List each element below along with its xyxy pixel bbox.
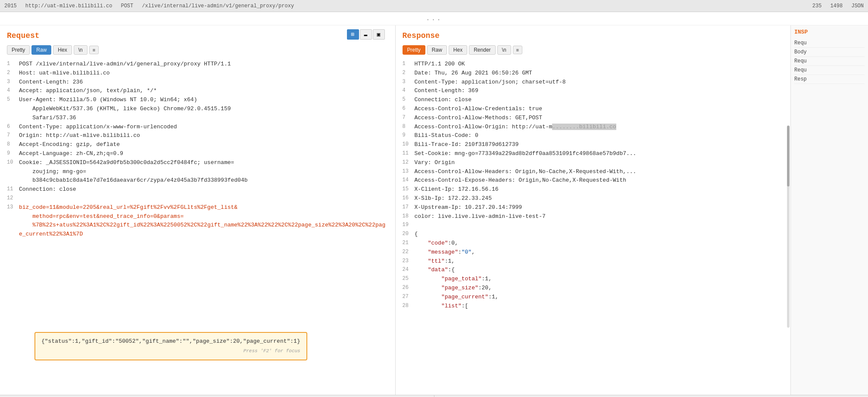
response-line-12: 12 Vary: Origin [403, 158, 784, 167]
response-line-2: 2 Date: Thu, 26 Aug 2021 06:50:26 GMT [403, 69, 784, 78]
response-title: Response [396, 25, 791, 43]
request-toolbar: Pretty Raw Hex \n ≡ [0, 43, 395, 58]
response-render-btn[interactable]: Render [469, 45, 495, 55]
bottom-left-section: ? ⚙ ← → 0 matches [0, 395, 434, 397]
sidebar-item-requ3[interactable]: Requ [794, 66, 865, 75]
request-raw-btn[interactable]: Raw [31, 45, 51, 55]
view-btn-vertical[interactable]: ▣ [373, 29, 385, 40]
sidebar-item-body[interactable]: Body [794, 48, 865, 57]
response-line-21: 21 "code":0, [403, 239, 784, 248]
response-line-16: 16 X-Slb-Ip: 172.22.33.245 [403, 194, 784, 203]
response-line-8: 8 Access-Control-Allow-Origin: http://ua… [403, 123, 784, 132]
response-line-4: 4 Content-Length: 369 [403, 87, 784, 96]
response-line-9: 9 Bili-Status-Code: 0 [403, 131, 784, 140]
response-line-19: 19 [403, 221, 784, 230]
request-line-5: 5 User-Agent: Mozilla/5.0 (Windows NT 10… [7, 96, 388, 122]
response-line-23: 23 "ttl":1, [403, 257, 784, 266]
response-toolbar: Pretty Raw Hex Render \n ≡ [396, 43, 791, 58]
response-line-14: 14 Access-Control-Expose-Headers: Origin… [403, 176, 784, 185]
response-line-24: 24 "data":{ [403, 266, 784, 275]
top-bar: 2015 http://uat-mlive.bilibili.co POST /… [0, 0, 868, 12]
response-line-10: 10 Bili-Trace-Id: 210f31879d612739 [403, 140, 784, 149]
search-popup-hint: Press 'F2' for focus [41, 347, 300, 355]
top-col1: 2015 [4, 3, 17, 9]
response-line-27: 27 "page_current":1, [403, 293, 784, 302]
top-col2: http://uat-mlive.bilibili.co [25, 3, 112, 9]
search-popup: {"status":1,"gift_id":"50052","gift_name… [34, 332, 307, 360]
right-sidebar: INSP Requ Body Requ Requ Resp [790, 25, 868, 395]
request-line-13: 13 biz_code=11&module=2205&real_url=%2Fg… [7, 203, 388, 239]
response-line-5: 5 Connection: close [403, 96, 784, 105]
top-col4: /xlive/internal/live-admin/v1/general_pr… [142, 3, 804, 9]
response-menu-btn[interactable]: ≡ [513, 46, 522, 54]
response-line-11: 11 Set-Cookie: mng-go=773349a229ad8b2dff… [403, 149, 784, 158]
response-line-18: 18 color: live.live.live-admin-live-test… [403, 212, 784, 221]
top-col5: 235 [812, 3, 822, 9]
top-col6: 1498 [830, 3, 843, 9]
top-col3: POST [121, 3, 133, 9]
top-col7: JSON [851, 3, 864, 9]
response-line-13: 13 Access-Control-Allow-Headers: Origin,… [403, 167, 784, 177]
request-line-7: 7 Origin: http://uat-mlive.bilibili.co [7, 131, 388, 140]
request-line-11: 11 Connection: close [7, 185, 388, 194]
response-pretty-btn[interactable]: Pretty [403, 45, 425, 55]
request-hex-btn[interactable]: Hex [53, 45, 72, 55]
response-content[interactable]: 1 HTTP/1.1 200 OK 2 Date: Thu, 26 Aug 20… [396, 58, 791, 395]
request-line-1: 1 POST /xlive/internal/live-admin/v1/gen… [7, 60, 388, 69]
request-title: Request [0, 25, 47, 43]
request-pane: Request ⊞ ▬ ▣ Pretty Raw Hex \n ≡ 1 POST… [0, 25, 396, 395]
response-line-7: 7 Access-Control-Allow-Methods: GET,POST [403, 114, 784, 123]
search-popup-text: {"status":1,"gift_id":"50052","gift_name… [41, 337, 300, 346]
response-line-1: 1 HTTP/1.1 200 OK [403, 60, 784, 69]
response-newline-btn[interactable]: \n [497, 45, 511, 55]
response-pane: Response Pretty Raw Hex Render \n ≡ 1 HT… [396, 25, 791, 395]
response-line-26: 26 "page_size":20, [403, 284, 784, 293]
request-line-8: 8 Accept-Encoding: gzip, deflate [7, 140, 388, 149]
response-line-3: 3 Content-Type: application/json; charse… [403, 78, 784, 87]
request-content[interactable]: 1 POST /xlive/internal/live-admin/v1/gen… [0, 58, 395, 395]
response-raw-btn[interactable]: Raw [427, 45, 447, 55]
view-toggle: ⊞ ▬ ▣ [347, 28, 392, 41]
view-btn-grid[interactable]: ⊞ [347, 29, 359, 40]
request-newline-btn[interactable]: \n [74, 45, 87, 55]
response-line-28: 28 "list":[ [403, 302, 784, 311]
request-line-6: 6 Content-Type: application/x-www-form-u… [7, 123, 388, 132]
response-line-6: 6 Access-Control-Allow-Credentials: true [403, 105, 784, 114]
request-line-12: 12 [7, 194, 388, 203]
sidebar-item-requ2[interactable]: Requ [794, 57, 865, 66]
sidebar-item-requ1[interactable]: Requ [794, 39, 865, 48]
sidebar-item-resp[interactable]: Resp [794, 75, 865, 84]
request-line-10: 10 Cookie: _AJSESSIONID=5642a9d0fb5b300c… [7, 158, 388, 185]
response-hex-btn[interactable]: Hex [449, 45, 467, 55]
response-line-22: 22 "message":"0", [403, 248, 784, 257]
request-line-9: 9 Accept-Language: zh-CN,zh;q=0.9 [7, 149, 388, 158]
response-line-25: 25 "page_total":1, [403, 275, 784, 284]
request-line-2: 2 Host: uat-mlive.bilibili.co [7, 69, 388, 78]
bottom-bar: ? ⚙ ← → 0 matches ? ⚙ ← → 0 matches 大号青春 [0, 395, 868, 397]
response-line-20: 20 { [403, 230, 784, 239]
response-line-15: 15 X-Client-Ip: 172.16.56.16 [403, 185, 784, 194]
response-line-17: 17 X-Upstream-Ip: 10.217.20.14:7999 [403, 203, 784, 212]
request-pretty-btn[interactable]: Pretty [7, 45, 30, 55]
bottom-right-section: ? ⚙ ← → 0 matches 大号青春 [434, 395, 868, 397]
dots-header: ... [0, 12, 868, 25]
view-btn-horizontal[interactable]: ▬ [360, 29, 372, 40]
request-line-4: 4 Accept: application/json, text/plain, … [7, 87, 388, 96]
sidebar-title: INSP [794, 29, 865, 35]
request-menu-btn[interactable]: ≡ [89, 46, 99, 54]
request-line-3: 3 Content-Length: 236 [7, 78, 388, 87]
